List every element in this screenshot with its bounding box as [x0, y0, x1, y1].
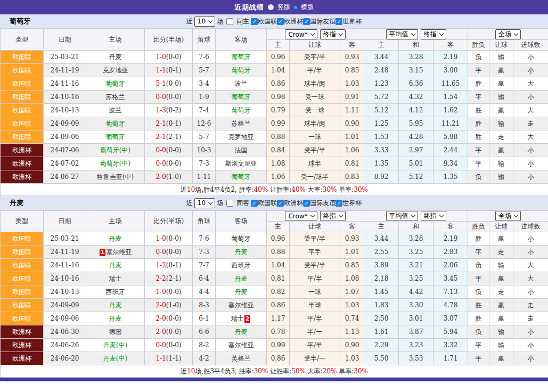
team-label: 英格兰 [232, 355, 251, 362]
avg-draw-odds: 5.12 [399, 170, 434, 184]
home-team-cell: 波兰 [86, 104, 145, 117]
handicap-result-cell: 赢 [489, 299, 513, 312]
handicap-home-odds: 0.79 [267, 104, 290, 117]
league-checkbox[interactable]: ✓ [303, 18, 310, 25]
fulltime-score: 1-3 [156, 107, 166, 114]
table-row: 欧洲杯24-06-20丹麦(中)1-1(1-1)4-2英格兰0.86受半/一1.… [1, 352, 548, 365]
average-odds-select[interactable]: 平均值 [386, 29, 418, 39]
halftime-score: (0-1) [166, 120, 182, 127]
filter-bar: 近 10 场 同主 ✓欧国联✓欧洲杯✓国际友谊✓世界杯 [186, 17, 362, 27]
date-cell: 25-03-21 [44, 51, 86, 64]
halftime-score: (0-0) [166, 93, 182, 101]
final-odds-select-2[interactable]: 终指 [421, 211, 446, 221]
section-header-band: 丹麦 近 10 场 同客 ✓欧国联✓欧洲杯✓国际友谊✓世界杯 [0, 196, 548, 210]
goals-result-cell: 大 [513, 77, 548, 91]
date-cell: 24-06-20 [44, 352, 86, 365]
handicap-line: 球半/两 [290, 117, 340, 130]
handicap-result-cell: 输 [489, 117, 513, 130]
team-label: 葡萄牙 [232, 173, 251, 181]
subcol-header: 进球数 [513, 40, 548, 51]
handicap-home-odds: 0.99 [267, 339, 290, 352]
team-label: 波兰 [235, 80, 248, 87]
league-checkbox-label: 国际友谊 [310, 199, 336, 208]
subcol-header: 进球数 [513, 222, 548, 232]
away-team-cell: 丹麦 [216, 246, 267, 259]
outcome-result-cell: 胜 [468, 299, 489, 312]
home-team-cell: 丹麦 [86, 259, 145, 272]
league-cell: 欧国联 [1, 232, 44, 246]
table-row: 欧国联24-09-06丹麦2-0(0-0)6-1瑞士21.17平/半0.742.… [1, 312, 548, 325]
league-checkbox[interactable]: ✓ [277, 200, 284, 207]
same-venue-checkbox[interactable] [226, 18, 233, 25]
score-cell: 2-0(0-0) [145, 312, 193, 325]
league-cell: 欧国联 [1, 77, 44, 91]
full-match-select[interactable]: 全场 [495, 211, 521, 221]
goals-result-cell: 大 [513, 259, 548, 272]
team-label: 波兰 [109, 107, 122, 114]
handicap-away-odds: 1.01 [340, 246, 364, 259]
final-odds-select-2[interactable]: 终指 [421, 29, 446, 39]
team-label: 苏格兰 [232, 120, 251, 127]
bookmaker-select[interactable]: Crow* [285, 29, 317, 39]
avg-draw-odds: 3.23 [399, 339, 434, 352]
subcol-header: 让球 [290, 222, 340, 232]
avg-away-odds: 3.07 [434, 312, 468, 325]
goals-result-cell: 小 [513, 246, 548, 259]
same-venue-label: 同客 [236, 199, 249, 208]
col-home-header: 主场 [86, 211, 145, 232]
layout-radio-vertical[interactable] [268, 4, 274, 10]
goals-result-cell: 小 [513, 352, 548, 365]
league-checkbox[interactable]: ✓ [336, 200, 342, 207]
handicap-home-odds: 0.88 [267, 246, 290, 259]
league-checkbox[interactable]: ✓ [277, 18, 284, 25]
match-count-select[interactable]: 10 [194, 198, 215, 208]
avg-away-odds: 4.78 [434, 299, 468, 312]
bookmaker-select[interactable]: Crow* [285, 211, 317, 221]
corner-cell: 8-2 [193, 339, 216, 352]
league-checkbox[interactable]: ✓ [303, 200, 310, 207]
team-label: 葡萄牙(中) [100, 146, 130, 154]
col-score-header: 比分(半场) [145, 211, 193, 232]
chevron-down-icon [514, 213, 518, 217]
avg-draw-odds: 4.28 [399, 130, 434, 144]
handicap-home-odds: 0.86 [267, 352, 290, 365]
league-checkbox-label: 世界杯 [342, 17, 362, 26]
avg-away-odds: 1.62 [434, 104, 468, 117]
col-date-header: 日期 [44, 211, 86, 232]
league-cell: 欧洲杯 [1, 339, 44, 352]
league-cell: 欧洲杯 [1, 157, 44, 170]
average-odds-select[interactable]: 平均值 [386, 211, 418, 221]
league-checkbox[interactable]: ✓ [336, 18, 342, 25]
average-odds-select-value: 平均值 [389, 211, 408, 220]
home-team-cell: 瑞士 [86, 272, 145, 285]
corner-cell: 6-1 [193, 312, 216, 325]
subcol-header: 和 [399, 40, 434, 51]
subcol-header: 主 [267, 40, 290, 51]
team-section: 葡萄牙 近 10 场 同主 ✓欧国联✓欧洲杯✓国际友谊✓世界杯 类型日期主场比分… [0, 14, 548, 196]
same-venue-checkbox[interactable] [226, 200, 233, 207]
games-label: 场 [217, 17, 223, 26]
final-odds-select[interactable]: 终指 [320, 29, 346, 39]
avg-draw-odds: 3.53 [399, 352, 434, 365]
handicap-result-cell: 输 [489, 157, 513, 170]
match-count-select[interactable]: 10 [194, 17, 215, 27]
final-odds-select[interactable]: 终指 [320, 211, 346, 221]
same-venue-label: 同主 [236, 17, 249, 26]
handicap-line: 受平/半 [290, 232, 340, 246]
summary-segment: 30% [323, 186, 337, 193]
full-match-select[interactable]: 全场 [495, 29, 521, 39]
away-team-cell: 葡萄牙 [216, 51, 267, 64]
league-checkbox[interactable]: ✓ [251, 18, 258, 25]
league-checkbox[interactable]: ✓ [251, 200, 258, 207]
handicap-home-odds: 0.84 [267, 144, 290, 157]
date-cell: 24-11-16 [44, 77, 86, 91]
outcome-result-cell: 平 [468, 64, 489, 77]
select-group-header: Crow*终指 [267, 211, 364, 222]
handicap-home-odds: 0.86 [267, 299, 290, 312]
halftime-score: (0-2) [166, 107, 182, 114]
halftime-score: (0-1) [166, 262, 182, 269]
layout-radio-horizontal[interactable] [294, 6, 297, 9]
away-team-cell: 葡萄牙 [216, 170, 267, 184]
score-cell: 1-3(0-2) [145, 104, 193, 117]
fulltime-score: 2-2 [156, 275, 166, 282]
